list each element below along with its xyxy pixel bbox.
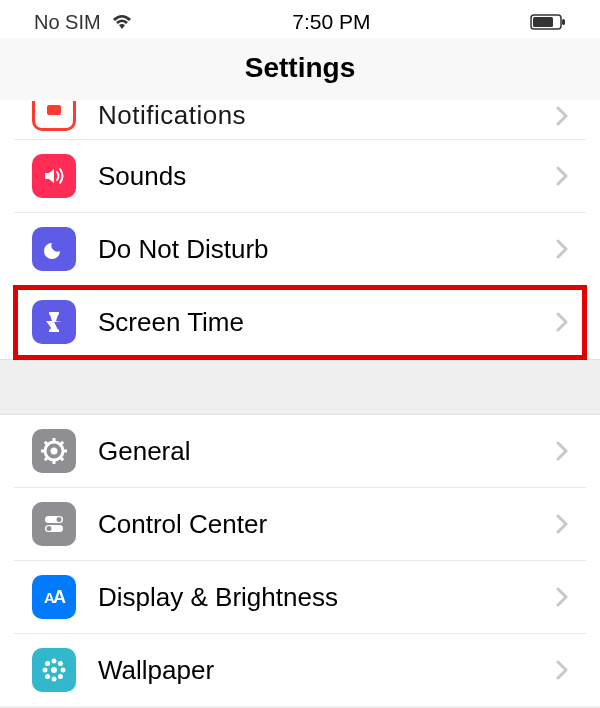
svg-line-12 <box>45 442 48 445</box>
row-label: Wallpaper <box>98 655 556 686</box>
settings-row-dnd[interactable]: Do Not Disturb <box>14 213 586 286</box>
battery-icon <box>530 13 566 31</box>
svg-point-25 <box>43 668 48 673</box>
settings-row-wallpaper[interactable]: Wallpaper <box>14 634 586 706</box>
svg-point-30 <box>58 674 63 679</box>
svg-text:A: A <box>53 587 66 607</box>
svg-point-7 <box>51 448 58 455</box>
svg-point-19 <box>47 526 52 531</box>
svg-point-26 <box>61 668 66 673</box>
chevron-right-icon <box>556 166 568 186</box>
carrier-label: No SIM <box>34 11 101 34</box>
settings-group-1: Notifications Sounds Do Not Disturb <box>14 100 586 359</box>
chevron-right-icon <box>556 106 568 126</box>
svg-rect-3 <box>47 105 61 115</box>
wifi-icon <box>111 14 133 30</box>
controlcenter-icon <box>32 502 76 546</box>
chevron-right-icon <box>556 441 568 461</box>
svg-point-27 <box>45 661 50 666</box>
svg-point-24 <box>52 677 57 682</box>
chevron-right-icon <box>556 587 568 607</box>
settings-row-sounds[interactable]: Sounds <box>14 140 586 213</box>
svg-point-23 <box>52 659 57 664</box>
chevron-right-icon <box>556 660 568 680</box>
page-title: Settings <box>0 38 600 100</box>
chevron-right-icon <box>556 239 568 259</box>
group-separator <box>0 359 600 415</box>
row-label: Notifications <box>98 100 556 131</box>
general-icon <box>32 429 76 473</box>
settings-row-controlcenter[interactable]: Control Center <box>14 488 586 561</box>
clock: 7:50 PM <box>292 10 370 34</box>
svg-line-15 <box>60 442 63 445</box>
svg-line-13 <box>60 457 63 460</box>
screentime-icon <box>32 300 76 344</box>
svg-rect-2 <box>562 19 565 25</box>
row-label: Control Center <box>98 509 556 540</box>
settings-group-2: General Control Center A A Display & B <box>14 415 586 706</box>
svg-point-17 <box>57 517 62 522</box>
row-label: Sounds <box>98 161 556 192</box>
svg-point-29 <box>45 674 50 679</box>
svg-point-28 <box>58 661 63 666</box>
row-label: Display & Brightness <box>98 582 556 613</box>
notifications-icon <box>32 101 76 131</box>
svg-line-14 <box>45 457 48 460</box>
dnd-icon <box>32 227 76 271</box>
row-label: Screen Time <box>98 307 556 338</box>
status-bar: No SIM 7:50 PM <box>14 0 586 38</box>
svg-point-22 <box>51 667 57 673</box>
settings-row-general[interactable]: General <box>14 415 586 488</box>
chevron-right-icon <box>556 312 568 332</box>
svg-rect-1 <box>533 17 553 27</box>
row-label: Do Not Disturb <box>98 234 556 265</box>
settings-row-notifications[interactable]: Notifications <box>14 100 586 140</box>
display-icon: A A <box>32 575 76 619</box>
sounds-icon <box>32 154 76 198</box>
chevron-right-icon <box>556 514 568 534</box>
row-label: General <box>98 436 556 467</box>
wallpaper-icon <box>32 648 76 692</box>
settings-row-screentime[interactable]: Screen Time <box>14 286 586 359</box>
settings-row-display[interactable]: A A Display & Brightness <box>14 561 586 634</box>
